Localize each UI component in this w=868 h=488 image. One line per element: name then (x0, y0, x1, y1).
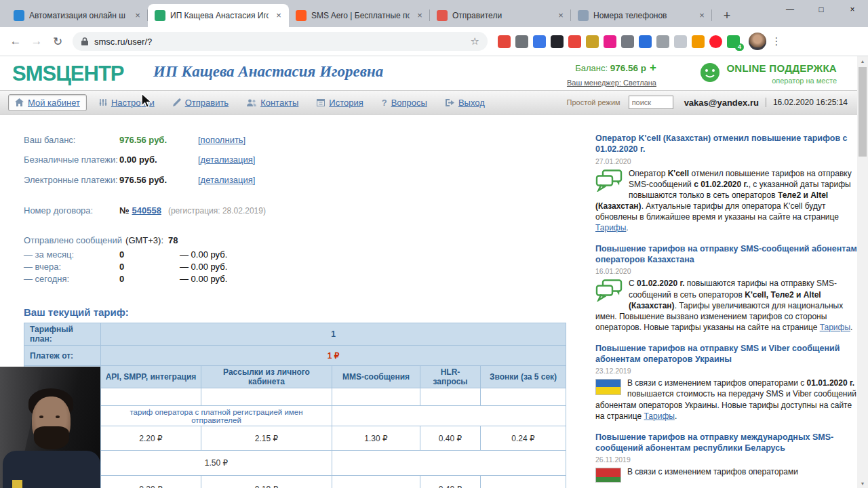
minimize-button[interactable]: — (774, 0, 806, 19)
news-tariffs-link[interactable]: Тарифы (644, 411, 675, 421)
tab-close-icon[interactable]: × (273, 10, 284, 21)
tab-close-icon[interactable]: × (414, 10, 425, 21)
news-title-link[interactable]: Оператор K'cell (Казахстан) отменил повы… (595, 133, 859, 155)
news-body: В связи с изменением тарифов операторами… (595, 378, 859, 421)
extension-icon[interactable] (656, 35, 669, 48)
extension-icon[interactable] (621, 35, 634, 48)
page-scrollbar[interactable]: ▲ ▼ (857, 56, 868, 488)
nav-logout[interactable]: Выход (439, 95, 491, 110)
extension-icon[interactable] (568, 35, 581, 48)
extension-search-icon[interactable] (639, 35, 652, 48)
sent-value: 78 (168, 235, 178, 245)
close-button[interactable]: × (837, 0, 868, 19)
extension-icon[interactable] (533, 35, 546, 48)
news-text: В связи с изменением тарифов операторами (627, 467, 798, 476)
price-cell: 0.40 ₽ (420, 426, 481, 451)
news-tariffs-link[interactable]: Тарифы (595, 223, 626, 232)
news-text: Оператор K'cell отменил повышение тарифо… (595, 169, 852, 232)
browser-menu-icon[interactable]: ⋮ (770, 33, 783, 50)
extension-icon[interactable] (551, 35, 564, 48)
extension-icon[interactable] (586, 35, 599, 48)
news-date: 16.01.2020 (595, 267, 859, 275)
simple-mode-link[interactable]: Простой режим (567, 98, 620, 106)
tab-smsaero[interactable]: SMS Aero | Бесплатные по × (289, 4, 430, 27)
stat-row-yesterday: — вчера: 0 — 0.00 руб. (24, 262, 227, 272)
topup-plus-button[interactable]: + (650, 61, 656, 74)
manager-link[interactable]: Ваш менеджер: Светлана (567, 79, 656, 87)
profile-avatar[interactable] (749, 33, 766, 50)
support-subtitle: оператор на месте (726, 77, 837, 85)
news-title-link[interactable]: Повышение тарифов на отправку SMS и Vibe… (595, 343, 859, 365)
extension-icon[interactable] (692, 35, 705, 48)
back-icon[interactable]: ← (7, 33, 24, 50)
new-tab-button[interactable]: + (717, 6, 736, 25)
nav-label: Выход (458, 98, 485, 108)
news-item: Повышение тарифов на отправку SMS-сообще… (595, 243, 859, 333)
nav-label: Мой кабинет (28, 98, 80, 108)
extension-icon[interactable] (515, 35, 528, 48)
row-value: 976.56 руб. (119, 135, 198, 145)
details-link[interactable]: [детализация] (198, 155, 255, 165)
news-title-link[interactable]: Повышение тарифов на отправку SMS-сообще… (595, 243, 859, 266)
nav-send[interactable]: Отправить (167, 95, 235, 110)
extension-icon[interactable] (709, 35, 722, 48)
cashless-row: Безналичные платежи: 0.00 руб. [детализа… (24, 155, 255, 165)
tab-close-icon[interactable]: × (555, 10, 566, 21)
topup-link[interactable]: [пополнить] (198, 135, 245, 145)
tab-close-icon[interactable]: × (696, 10, 707, 21)
belarus-flag-icon (595, 468, 621, 483)
news-tariffs-link[interactable]: Тарифы (820, 323, 850, 332)
support-text: ONLINE ПОДДЕРЖКА оператор на месте (726, 62, 837, 85)
window-controls: — □ × (774, 0, 868, 19)
url-text[interactable]: smsc.ru/user/? (94, 37, 465, 47)
search-input[interactable] (629, 96, 673, 109)
tab-title: Номера телефонов (593, 11, 692, 20)
tab-senders[interactable]: Отправители × (430, 4, 571, 27)
refresh-icon[interactable]: ↻ (49, 33, 66, 50)
pencil-icon (173, 98, 181, 106)
news-item: Повышение тарифов на отправку международ… (595, 432, 859, 478)
extension-messenger-icon[interactable]: 4 (727, 35, 740, 48)
news-item: Повышение тарифов на отправку SMS и Vibe… (595, 343, 859, 422)
online-support[interactable]: ONLINE ПОДДЕРЖКА оператор на месте (700, 62, 837, 85)
contract-number-link[interactable]: 540558 (132, 205, 161, 216)
nav-history[interactable]: История (311, 95, 369, 110)
user-email[interactable]: vakas@yandex.ru (684, 98, 759, 108)
address-bar[interactable]: smsc.ru/user/? ☆ (73, 32, 488, 51)
tab-automation[interactable]: Автоматизация онлайн ш × (7, 4, 148, 27)
nav-my-cabinet[interactable]: Мой кабинет (8, 94, 87, 111)
price-cell: 0.19 ₽ (201, 476, 332, 488)
chat-bubbles-icon (595, 279, 623, 302)
tab-smsc-active[interactable]: ИП Кащева Анастасия Иго × (148, 4, 289, 27)
table-row: Платеж от: 1 ₽ (24, 346, 566, 366)
chat-bubbles-icon (595, 169, 623, 192)
calendar-icon (317, 98, 325, 106)
extension-icon[interactable] (498, 35, 511, 48)
table-row: Тарифный план: 1 (24, 323, 566, 346)
row-label: Безналичные платежи: (24, 155, 119, 165)
price-cell: 0.24 ₽ (481, 426, 566, 451)
bookmark-star-icon[interactable]: ☆ (471, 35, 479, 47)
smsc-logo[interactable]: SMSЦЕНТР (12, 62, 124, 86)
maximize-button[interactable]: □ (806, 0, 837, 19)
main-nav: Мой кабинет Настройки Отправить Контакты… (0, 90, 857, 115)
table-header-row: API, SMPP, интеграция Рассылки из личног… (24, 366, 566, 388)
price-cell: 2.15 ₽ (201, 426, 332, 451)
tab-close-icon[interactable]: × (132, 10, 143, 21)
news-date: 26.11.2019 (595, 455, 859, 464)
extension-icon[interactable] (674, 35, 687, 48)
scrollbar-thumb[interactable] (859, 67, 867, 157)
person-eye (39, 415, 43, 418)
news-sidebar: Оператор K'cell (Казахстан) отменил повы… (595, 133, 859, 487)
scroll-up-icon[interactable]: ▲ (857, 56, 868, 66)
forward-icon[interactable]: → (28, 33, 45, 50)
tab-phone-numbers[interactable]: Номера телефонов × (571, 4, 712, 27)
nav-questions[interactable]: ? Вопросы (376, 95, 433, 110)
news-title-link[interactable]: Повышение тарифов на отправку международ… (595, 432, 859, 454)
question-icon: ? (382, 98, 387, 108)
plan-label: Тарифный план: (24, 323, 101, 346)
nav-contacts[interactable]: Контакты (241, 95, 304, 110)
extension-icon[interactable] (604, 35, 616, 48)
scroll-down-icon[interactable]: ▼ (857, 479, 868, 488)
details-link[interactable]: [детализация] (198, 175, 255, 185)
